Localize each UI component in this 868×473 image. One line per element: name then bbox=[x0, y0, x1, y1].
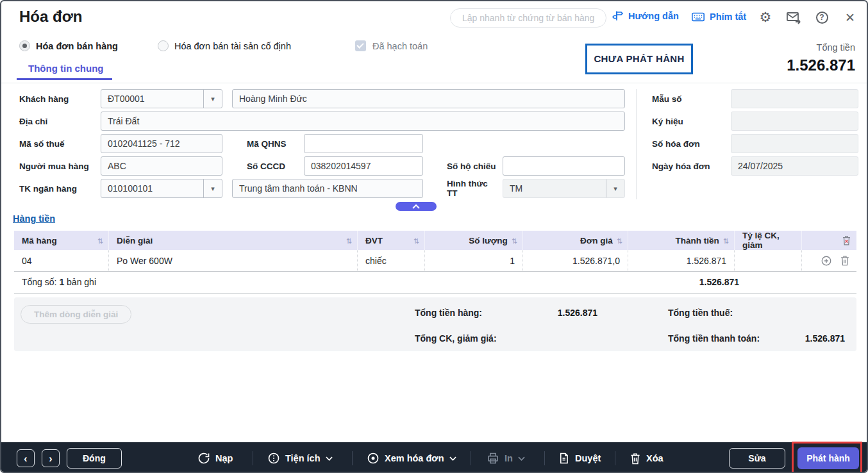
bank-account-combo[interactable]: 010100101 bbox=[101, 179, 222, 198]
feedback-button[interactable] bbox=[786, 10, 801, 25]
quick-create-button[interactable]: Lập nhanh từ chứng từ bán hàng bbox=[450, 8, 606, 28]
help-icon bbox=[816, 12, 828, 24]
chevron-down-icon[interactable] bbox=[606, 179, 624, 197]
col-header-discount[interactable]: Tỷ lệ CK, giảm bbox=[734, 231, 801, 250]
delete-button[interactable]: Xóa bbox=[630, 442, 664, 473]
page-title: Hóa đơn bbox=[19, 8, 82, 26]
cell-unit[interactable]: chiếc bbox=[357, 250, 424, 271]
payment-method-value: TM bbox=[510, 183, 522, 194]
customer-code-combo[interactable]: ĐT00001 bbox=[101, 89, 222, 108]
toolbar-divider bbox=[253, 451, 253, 465]
qhns-field[interactable] bbox=[304, 134, 423, 153]
gear-icon: ⚙ bbox=[760, 10, 772, 25]
cell-quantity[interactable]: 1 bbox=[424, 250, 522, 271]
bank-name-field[interactable]: Trung tâm thanh toán - KBNN bbox=[232, 179, 423, 198]
add-description-line-button[interactable]: Thêm dòng diễn giải bbox=[21, 305, 131, 324]
radio-sale-label: Hóa đơn bán hàng bbox=[36, 41, 118, 51]
col-header-unit[interactable]: ĐVT bbox=[357, 231, 424, 250]
help-button[interactable] bbox=[814, 10, 830, 25]
chevron-down-icon bbox=[449, 456, 456, 461]
customer-code-value: ĐT00001 bbox=[108, 94, 145, 104]
cell-description[interactable]: Po Wer 600W bbox=[108, 250, 357, 271]
col-header-amount[interactable]: Thành tiền bbox=[628, 231, 734, 250]
sort-icon[interactable] bbox=[617, 236, 622, 245]
cccd-field[interactable]: 038202014597 bbox=[304, 156, 423, 176]
toolbar-divider bbox=[352, 451, 353, 465]
sort-icon[interactable] bbox=[346, 236, 352, 245]
radio-asset-label: Hóa đơn bán tài sản cố định bbox=[174, 41, 291, 51]
reload-button[interactable]: Nạp bbox=[197, 442, 233, 473]
collapse-form-button[interactable] bbox=[396, 202, 437, 211]
signpost-icon bbox=[612, 10, 624, 22]
invoice-no-field[interactable] bbox=[731, 134, 858, 153]
publish-button[interactable]: Phát hành bbox=[797, 447, 859, 469]
total-amount-label: Tổng tiền bbox=[817, 42, 855, 53]
invoice-date-label: Ngày hóa đơn bbox=[652, 162, 710, 171]
col-header-unit-price[interactable]: Đơn giá bbox=[522, 231, 628, 250]
prev-record-button[interactable]: ‹ bbox=[17, 449, 35, 467]
guide-label: Hướng dẫn bbox=[628, 11, 679, 21]
approve-button[interactable]: Duyệt bbox=[558, 442, 601, 473]
sort-icon[interactable] bbox=[413, 236, 419, 245]
document-icon bbox=[558, 452, 570, 465]
add-row-icon[interactable] bbox=[821, 255, 832, 267]
chevron-down-icon[interactable] bbox=[203, 179, 222, 197]
tab-underline bbox=[17, 78, 112, 80]
posted-checkbox[interactable] bbox=[355, 40, 366, 51]
delete-all-rows-icon[interactable] bbox=[842, 235, 851, 245]
invoice-date-field[interactable]: 24/07/2025 bbox=[731, 156, 858, 176]
payment-method-combo[interactable]: TM bbox=[503, 179, 625, 198]
payment-total-label: Tổng tiền thanh toán: bbox=[668, 333, 760, 344]
table-row[interactable]: 04 Po Wer 600W chiếc 1 1.526.871,0 1.526… bbox=[14, 250, 856, 272]
tab-general-info[interactable]: Thông tin chung bbox=[28, 63, 103, 74]
refresh-icon bbox=[197, 452, 210, 465]
sort-icon[interactable] bbox=[723, 236, 729, 245]
col-header-item-code[interactable]: Mã hàng bbox=[14, 231, 108, 250]
settings-button[interactable]: ⚙ bbox=[758, 10, 773, 25]
passport-field[interactable] bbox=[503, 156, 625, 176]
cell-discount[interactable] bbox=[734, 250, 801, 271]
mail-send-icon bbox=[786, 10, 801, 25]
utilities-icon bbox=[267, 452, 280, 465]
col-header-quantity[interactable]: Số lượng bbox=[424, 231, 522, 250]
chevron-down-icon[interactable] bbox=[203, 90, 222, 108]
view-invoice-menu[interactable]: Xem hóa đơn bbox=[367, 442, 456, 473]
total-amount-value: 1.526.871 bbox=[787, 56, 855, 74]
detail-section-link[interactable]: Hàng tiền bbox=[13, 213, 55, 224]
cell-amount[interactable]: 1.526.871 bbox=[628, 250, 734, 271]
symbol-field[interactable] bbox=[731, 112, 858, 131]
tax-total-label: Tổng tiền thuế: bbox=[668, 308, 733, 318]
utilities-menu[interactable]: Tiện ích bbox=[267, 442, 333, 473]
invoice-no-label: Số hóa đơn bbox=[652, 139, 700, 149]
guide-link[interactable]: Hướng dẫn bbox=[612, 10, 679, 22]
goods-total-value: 1.526.871 bbox=[508, 308, 597, 318]
delete-row-icon[interactable] bbox=[840, 255, 850, 266]
address-field[interactable]: Trái Đất bbox=[101, 112, 625, 131]
col-header-description[interactable]: Diễn giải bbox=[108, 231, 357, 250]
cell-unit-price[interactable]: 1.526.871,0 bbox=[522, 250, 628, 271]
sort-icon[interactable] bbox=[97, 236, 103, 245]
sort-icon[interactable] bbox=[512, 236, 517, 245]
radio-sale-invoice[interactable] bbox=[19, 40, 30, 51]
cell-item-code[interactable]: 04 bbox=[14, 250, 108, 271]
radio-asset-invoice[interactable] bbox=[158, 40, 169, 51]
print-menu[interactable]: In bbox=[487, 442, 525, 473]
template-no-label: Mẫu số bbox=[652, 94, 682, 104]
chevron-left-icon: ‹ bbox=[24, 453, 27, 464]
close-button[interactable]: Đóng bbox=[67, 448, 122, 469]
passport-label: Số hộ chiếu bbox=[447, 162, 496, 171]
toolbar-divider bbox=[471, 451, 471, 465]
buyer-field[interactable]: ABC bbox=[101, 156, 222, 176]
goods-total-label: Tổng tiền hàng: bbox=[415, 308, 482, 318]
detail-table: Mã hàng Diễn giải ĐVT Số lượng Đơn giá T… bbox=[14, 231, 856, 294]
template-no-field[interactable] bbox=[731, 89, 858, 108]
address-label: Địa chỉ bbox=[19, 117, 47, 126]
customer-name-field[interactable]: Hoàng Minh Đức bbox=[232, 89, 625, 108]
close-window-button[interactable] bbox=[842, 10, 858, 25]
next-record-button[interactable]: › bbox=[42, 449, 60, 467]
tax-code-field[interactable]: 0102041125 - 712 bbox=[101, 134, 222, 153]
edit-button[interactable]: Sửa bbox=[729, 448, 785, 469]
posted-label: Đã hạch toán bbox=[372, 41, 428, 51]
shortcuts-link[interactable]: Phím tắt bbox=[691, 10, 746, 24]
col-header-actions[interactable] bbox=[801, 231, 856, 250]
